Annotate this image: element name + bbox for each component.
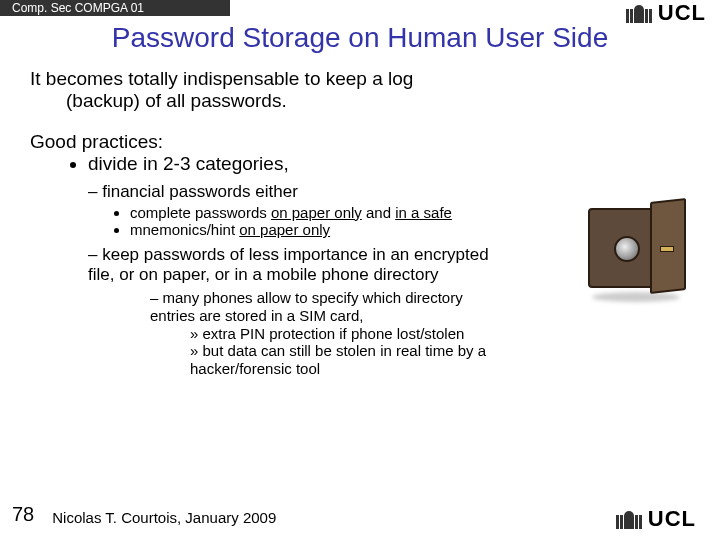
ucl-text: UCL [658, 0, 706, 26]
slide-title: Password Storage on Human User Side [0, 22, 720, 54]
ucl-text: UCL [648, 506, 696, 532]
footer: 78 Nicolas T. Courtois, January 2009 [12, 503, 276, 526]
ucl-logo-top: UCL [626, 0, 706, 26]
author-line: Nicolas T. Courtois, January 2009 [52, 509, 276, 526]
raquo-pin: extra PIN protection if phone lost/stole… [190, 325, 690, 343]
course-code: Comp. Sec COMPGA 01 [12, 1, 144, 15]
practices-heading: Good practices: [30, 131, 690, 153]
columns-icon [626, 3, 652, 23]
dash2-phones: many phones allow to specify which direc… [150, 289, 510, 324]
intro-line1: It becomes totally indispensable to keep… [30, 68, 690, 90]
safe-icon [580, 190, 690, 300]
bullet-divide: divide in 2-3 categories, [88, 153, 690, 175]
ucl-logo-bottom: UCL [616, 506, 696, 532]
intro-line2: (backup) of all passwords. [30, 90, 690, 112]
dash-lesser: keep passwords of less importance in an … [88, 245, 508, 285]
course-header: Comp. Sec COMPGA 01 [0, 0, 230, 16]
columns-icon [616, 509, 642, 529]
page-number: 78 [12, 503, 34, 526]
raquo-stolen: but data can still be stolen in real tim… [190, 342, 510, 377]
